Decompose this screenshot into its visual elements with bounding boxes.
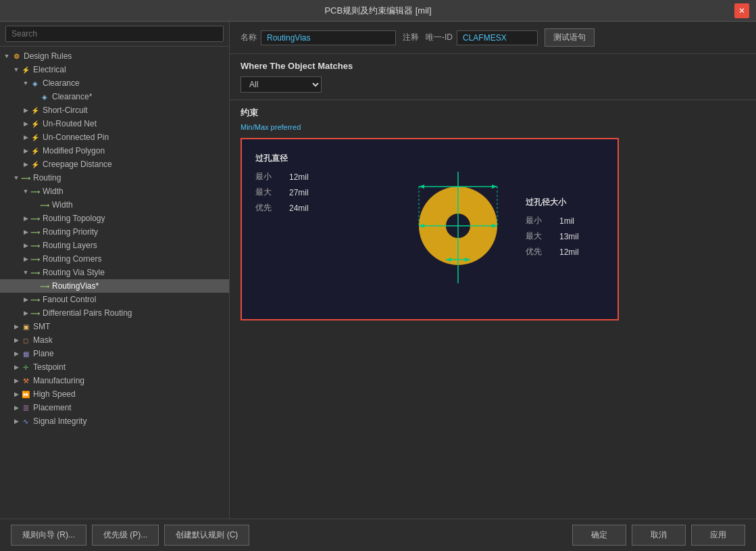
tree-item[interactable]: ▼◈Clearance [0, 76, 229, 90]
tree-item[interactable]: ▶⚡Un-Routed Net [0, 117, 229, 130]
electrical-icon: ⚡ [30, 159, 41, 170]
tree-item-label: High Speed [33, 389, 76, 399]
expand-arrow-icon[interactable]: ▼ [22, 268, 30, 277]
apply-button[interactable]: 应用 [691, 525, 745, 546]
sidebar: ▼⚙Design Rules▼⚡Electrical▼◈Clearance◈Cl… [0, 22, 230, 519]
tree-item[interactable]: ▶⏩High Speed [0, 387, 229, 401]
expand-arrow-icon[interactable]: ▶ [22, 147, 30, 155]
svg-marker-10 [419, 185, 424, 189]
tree-item[interactable]: ▶⚡Short-Circuit [0, 103, 229, 117]
expand-arrow-icon[interactable]: ▶ [22, 295, 30, 304]
main-area: ▼⚙Design Rules▼⚡Electrical▼◈Clearance◈Cl… [0, 22, 756, 519]
tree-item[interactable]: ▶⟿Fanout Control [0, 293, 229, 306]
hole-size-title: 过孔径大小 [526, 197, 634, 208]
ok-button[interactable]: 确定 [572, 525, 626, 546]
footer-bar: 规则向导 (R)... 优先级 (P)... 创建默认规则 (C) 确定 取消 … [0, 519, 756, 551]
id-input[interactable] [457, 30, 538, 45]
expand-arrow-icon[interactable]: ▶ [12, 350, 20, 358]
expand-arrow-icon[interactable] [31, 201, 39, 209]
expand-arrow-icon[interactable]: ▼ [22, 79, 30, 87]
create-button[interactable]: 创建默认规则 (C) [164, 525, 249, 546]
expand-arrow-icon[interactable]: ▶ [22, 160, 30, 168]
tree-item[interactable]: ▼⚡Electrical [0, 63, 229, 76]
tree-item[interactable]: ▼⟿Routing [0, 171, 229, 185]
tree-item[interactable]: ▶✛Testpoint [0, 360, 229, 374]
electrical-icon: ⚡ [30, 145, 41, 156]
tree-item[interactable]: ▼⟿Routing Via Style [0, 266, 229, 279]
tree-item[interactable]: ▶⟿Routing Layers [0, 239, 229, 252]
manufacturing-icon: ⚒ [20, 375, 31, 386]
clearance-icon: ◈ [39, 91, 50, 102]
tree-item[interactable]: ▶⟿Routing Topology [0, 212, 229, 225]
via-svg [390, 151, 526, 307]
tree-item[interactable]: ◈Clearance* [0, 90, 229, 103]
expand-arrow-icon[interactable]: ▶ [12, 404, 20, 412]
via-max-row: 最大 27mil [255, 187, 390, 198]
expand-arrow-icon[interactable]: ▶ [22, 309, 30, 317]
electrical-icon: ⚡ [30, 132, 41, 143]
tree-item[interactable]: ▶⟿Differential Pairs Routing [0, 306, 229, 320]
tree-item[interactable]: ▶⚡Un-Connected Pin [0, 130, 229, 144]
routing-icon: ⟿ [30, 308, 41, 318]
tree-item-label: Fanout Control [43, 295, 96, 304]
tree-item[interactable]: ▼⚙Design Rules [0, 49, 229, 63]
expand-arrow-icon[interactable] [31, 282, 39, 290]
clearance-icon: ◈ [30, 78, 41, 89]
expand-arrow-icon[interactable]: ▶ [22, 255, 30, 263]
expand-arrow-icon[interactable]: ▶ [22, 214, 30, 222]
tree-item[interactable]: ▶∿Signal Integrity [0, 414, 229, 428]
tree-item[interactable]: ▶◻Mask [0, 333, 229, 347]
expand-arrow-icon[interactable]: ▶ [12, 417, 20, 425]
search-input[interactable] [5, 26, 224, 42]
expand-arrow-icon[interactable]: ▶ [22, 241, 30, 249]
search-box [0, 22, 229, 47]
test-button[interactable]: 测试语句 [545, 28, 595, 47]
expand-arrow-icon[interactable]: ▶ [12, 336, 20, 344]
tree-item[interactable]: ▶▣SMT [0, 320, 229, 333]
tree-item[interactable]: ⟿Width [0, 198, 229, 212]
expand-arrow-icon[interactable]: ▼ [22, 187, 30, 195]
tree-item[interactable]: ▼⟿Width [0, 185, 229, 198]
wizard-button[interactable]: 规则向导 (R)... [11, 525, 86, 546]
tree-item[interactable]: ▶☰Placement [0, 401, 229, 414]
where-select[interactable]: All [241, 76, 322, 93]
tree-item[interactable]: ⟿RoutingVias* [0, 279, 229, 293]
expand-arrow-icon[interactable]: ▶ [12, 322, 20, 331]
form-header: 名称 注释 唯一-ID 测试语句 [230, 22, 756, 54]
expand-arrow-icon[interactable]: ▼ [12, 66, 20, 74]
expand-arrow-icon[interactable]: ▶ [22, 106, 30, 114]
tree-item-label: Routing Via Style [43, 268, 105, 277]
expand-arrow-icon[interactable]: ▼ [12, 174, 20, 182]
expand-arrow-icon[interactable]: ▼ [3, 52, 11, 60]
tree-item-label: Routing Topology [43, 214, 105, 223]
expand-arrow-icon[interactable]: ▶ [12, 363, 20, 371]
tree-item-label: Clearance [43, 78, 80, 88]
close-button[interactable]: ✕ [734, 3, 749, 18]
tree-item[interactable]: ▶▦Plane [0, 347, 229, 360]
design-rules-icon: ⚙ [11, 51, 22, 62]
routing-icon: ⟿ [39, 281, 50, 291]
expand-arrow-icon[interactable] [31, 93, 39, 101]
tree-item[interactable]: ▶⚡Creepage Distance [0, 158, 229, 171]
tree-item[interactable]: ▶⟿Routing Corners [0, 252, 229, 266]
routing-icon: ⟿ [20, 172, 31, 183]
via-min-row: 最小 12mil [255, 171, 390, 183]
via-pref-row: 优先 24mil [255, 202, 390, 214]
via-pref-label: 优先 [255, 202, 282, 214]
tree-item[interactable]: ▶⟿Routing Priority [0, 225, 229, 239]
tree-item-label: Plane [33, 349, 54, 358]
routing-icon: ⟿ [30, 240, 41, 251]
expand-arrow-icon[interactable]: ▶ [12, 390, 20, 398]
via-center [390, 153, 526, 306]
priority-button[interactable]: 优先级 (P)... [92, 525, 159, 546]
expand-arrow-icon[interactable]: ▶ [22, 228, 30, 236]
expand-arrow-icon[interactable]: ▶ [22, 133, 30, 141]
tree-item-label: Mask [33, 335, 53, 345]
name-input[interactable] [261, 30, 396, 45]
expand-arrow-icon[interactable]: ▶ [12, 377, 20, 385]
cancel-button[interactable]: 取消 [632, 525, 686, 546]
footer-right: 确定 取消 应用 [572, 525, 745, 546]
expand-arrow-icon[interactable]: ▶ [22, 120, 30, 128]
tree-item[interactable]: ▶⚒Manufacturing [0, 374, 229, 387]
tree-item[interactable]: ▶⚡Modified Polygon [0, 144, 229, 158]
